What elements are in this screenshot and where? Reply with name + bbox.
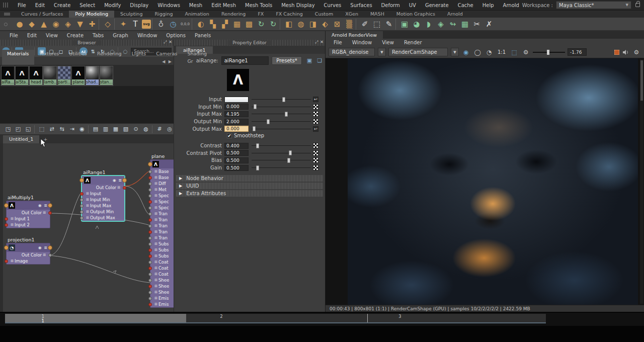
renderview-menu-item[interactable]: View xyxy=(377,39,399,46)
shelf-handle-icon[interactable] xyxy=(4,23,8,26)
node-editor-tool-icon[interactable]: ⊙ xyxy=(132,125,140,133)
node-input-row[interactable]: ⊞Base xyxy=(150,175,174,181)
output-port-icon[interactable] xyxy=(48,253,52,257)
shelf-tool-icon[interactable]: ▲ xyxy=(38,19,49,30)
shelf-tab[interactable]: Rigging xyxy=(148,11,179,18)
node-input-row[interactable]: ⊞Input 1 xyxy=(7,216,50,222)
node-editor-tool-icon[interactable] xyxy=(88,125,90,133)
input-port-icon[interactable] xyxy=(5,217,8,221)
menu-item[interactable]: UV xyxy=(405,0,421,11)
input-port-icon[interactable] xyxy=(80,192,84,196)
shelf-tool-icon[interactable]: ✎ xyxy=(383,19,394,30)
node-header-icons[interactable]: ◉ ≣ xyxy=(113,178,122,183)
attribute-value-input[interactable]: 0.000 xyxy=(224,104,249,110)
node-input-row[interactable]: ⊞Tran xyxy=(150,223,174,229)
shelf-tool-icon[interactable]: ↬ xyxy=(447,19,458,30)
node-input-row[interactable]: ⊞Diff xyxy=(150,181,174,187)
shelf-tool-icon[interactable]: ↻ xyxy=(268,19,279,30)
input-port-icon[interactable] xyxy=(148,176,152,180)
node-input-row[interactable]: ⊞Tran xyxy=(150,229,174,235)
input-port-icon[interactable] xyxy=(80,204,84,208)
renderview-settings-icon[interactable]: ⚙ xyxy=(632,48,641,57)
shelf-tab[interactable]: Sculpting xyxy=(114,11,148,18)
input-port-icon[interactable] xyxy=(148,230,152,234)
input-port-icon[interactable] xyxy=(148,170,152,174)
shelf-tab[interactable]: XGen xyxy=(339,11,364,18)
attribute-value-input[interactable]: 0.500 xyxy=(224,165,249,171)
show-hidden-icon[interactable]: ▣ xyxy=(307,57,312,64)
presets-button[interactable]: Presets* xyxy=(272,56,301,65)
node-editor-tool-icon[interactable]: ⇄ xyxy=(48,125,56,133)
attribute-slider[interactable] xyxy=(252,157,311,163)
node-plane[interactable]: plane Λ ⊞Base xyxy=(150,159,174,308)
node-input-row[interactable]: ⊞Output Max xyxy=(82,215,124,221)
node-input-row[interactable]: ⊞Subs xyxy=(150,247,174,253)
material-swatch[interactable]: Λ head xyxy=(29,66,43,86)
shelf-tab[interactable]: FX xyxy=(252,11,270,18)
node-port-icon[interactable] xyxy=(48,245,52,250)
shelf-tab[interactable]: Arnold xyxy=(441,11,469,18)
shelf-tool-icon[interactable]: ◷ xyxy=(168,19,179,30)
node-output-row[interactable]: Out Color⊞ xyxy=(7,252,50,258)
node-editor-tool-icon[interactable]: ◰ xyxy=(14,125,22,133)
input-port-icon[interactable] xyxy=(148,261,152,264)
menu-item[interactable]: Cache xyxy=(453,0,478,11)
node-input-row[interactable]: ⊞Met xyxy=(150,187,174,193)
output-port-icon[interactable] xyxy=(123,186,126,190)
map-texture-icon[interactable] xyxy=(313,165,318,170)
node-input-row[interactable]: ⊞Spec xyxy=(150,193,174,199)
shelf-tab[interactable]: Animation xyxy=(179,11,215,18)
menu-item[interactable]: Edit Mesh xyxy=(207,0,240,11)
node-input-row[interactable]: ⊞Tran xyxy=(150,235,174,241)
shelf-tool-icon[interactable]: ✂ xyxy=(471,19,482,30)
shelf-tool-icon[interactable] xyxy=(280,19,282,30)
shelf-tool-icon[interactable] xyxy=(192,19,194,30)
hypershade-menu-item[interactable]: Edit xyxy=(23,31,41,40)
material-swatch[interactable]: stan... xyxy=(100,66,113,86)
node-input-row[interactable]: ⊞Image xyxy=(7,258,50,264)
node-editor-tool-icon[interactable]: ◉ xyxy=(78,125,86,133)
tab-scroll-arrows[interactable]: ◀ ▶ xyxy=(162,59,173,64)
input-port-icon[interactable] xyxy=(148,303,152,306)
camera-dropdown[interactable]: RenderCamShape xyxy=(388,48,448,56)
node-input-row[interactable]: ⊞Tran xyxy=(150,217,174,223)
settings-gear-icon[interactable]: ⚙ xyxy=(521,48,530,57)
node-editor-tool-icon[interactable]: ⇆ xyxy=(58,125,66,133)
node-projection1[interactable]: projection1 ◔ ◉ ≣ Out Color⊞ xyxy=(6,243,50,265)
menu-item[interactable]: Mesh Tools xyxy=(240,0,277,11)
map-texture-icon[interactable] xyxy=(313,143,318,148)
shelf-tool-icon[interactable]: svg xyxy=(142,20,151,29)
render-region-icon[interactable]: ◯ xyxy=(473,48,482,57)
shelf-tool-icon[interactable]: ✦ xyxy=(118,19,129,30)
node-aimultiply1[interactable]: aiMultiply1 Λ ◉ ≣ Out Color⊞ xyxy=(6,201,50,228)
node-header[interactable]: Λ ◉ ≣ xyxy=(82,176,124,185)
map-texture-icon[interactable] xyxy=(313,157,318,163)
node-port-icon[interactable] xyxy=(79,178,84,183)
node-editor-tool-icon[interactable] xyxy=(152,125,153,133)
renderview-tab[interactable]: Arnold RenderView xyxy=(326,31,383,39)
node-input-row[interactable]: ⊞Tran xyxy=(150,211,174,217)
shelf-tab[interactable]: Motion Graphics xyxy=(390,11,441,18)
node-input-row[interactable]: ⊞Spec xyxy=(150,199,174,205)
menu-item[interactable]: Deform xyxy=(377,0,405,11)
scrollbar-thumb[interactable] xyxy=(640,60,643,101)
input-port-icon[interactable] xyxy=(148,297,152,300)
shelf-tool-icon[interactable]: ◈ xyxy=(435,19,446,30)
menu-item[interactable]: Arnold xyxy=(499,0,524,11)
lock-icon[interactable] xyxy=(635,3,640,7)
browser-tab[interactable]: Shading Gr xyxy=(182,50,212,65)
float-icon[interactable]: ⤢ xyxy=(315,40,318,45)
graph-tab[interactable]: Untitled_1 xyxy=(3,135,39,143)
node-input-row[interactable]: ⊞Emis xyxy=(150,301,174,307)
playback-range[interactable] xyxy=(5,314,186,322)
node-graph-canvas[interactable]: aiMultiply1 Λ ◉ ≣ Out Color⊞ xyxy=(0,143,174,312)
node-editor-tool-icon[interactable]: ⇥ xyxy=(68,125,76,133)
workspace-dropdown[interactable]: Maya Classic* ▼ xyxy=(556,1,631,9)
node-input-row[interactable]: ⊞Shee xyxy=(150,283,174,289)
attribute-value-input[interactable]: 0.500 xyxy=(224,157,249,163)
menu-item[interactable]: Modify xyxy=(100,0,125,11)
node-output-row[interactable]: Out Color⊞ xyxy=(7,210,50,216)
shelf-tab[interactable]: Custom xyxy=(309,11,339,18)
shelf-tab[interactable]: MASH xyxy=(364,11,390,18)
browser-tab[interactable]: Materials xyxy=(2,50,34,65)
